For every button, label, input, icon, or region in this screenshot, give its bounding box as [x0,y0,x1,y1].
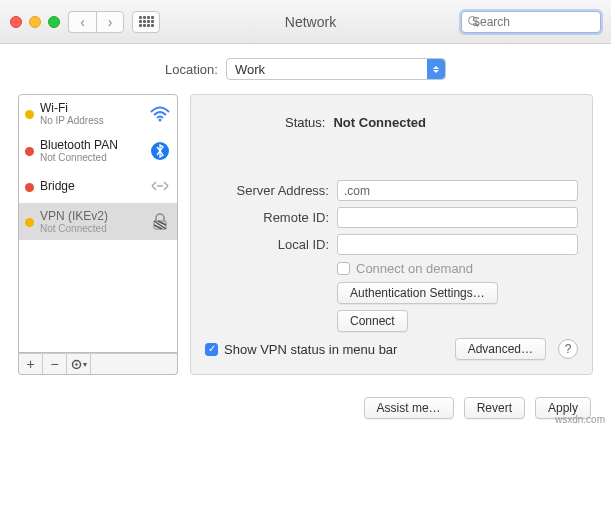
server-address-label: Server Address: [205,183,337,198]
status-label: Status: [285,115,325,130]
svg-point-0 [159,118,162,121]
watermark: wsxdn.com [555,414,605,425]
remote-id-input[interactable] [337,207,578,228]
wifi-icon [149,103,171,125]
show-vpn-status-checkbox[interactable] [205,343,218,356]
local-id-input[interactable] [337,234,578,255]
local-id-label: Local ID: [205,237,337,252]
service-name: Wi-Fi [40,101,143,115]
window-controls [10,16,60,28]
help-button[interactable]: ? [558,339,578,359]
list-tools: + − ▾ [18,353,178,375]
location-label: Location: [165,62,218,77]
status-dot-icon [25,218,34,227]
authentication-settings-button[interactable]: Authentication Settings… [337,282,498,304]
window-title: Network [168,14,453,30]
close-window-button[interactable] [10,16,22,28]
add-service-button[interactable]: + [19,354,43,374]
location-row: Location: Work [0,44,611,94]
revert-button[interactable]: Revert [464,397,525,419]
remove-service-button[interactable]: − [43,354,67,374]
remote-id-label: Remote ID: [205,210,337,225]
bridge-icon [149,175,171,197]
detail-pane: Status: Not Connected Server Address: Re… [190,94,593,375]
nav-buttons: ‹ › [68,11,124,33]
connect-on-demand-checkbox[interactable] [337,262,350,275]
service-wifi[interactable]: Wi-Fi No IP Address [19,95,177,132]
status-dot-icon [25,147,34,156]
svg-point-4 [161,185,163,187]
service-name: Bridge [40,179,143,193]
forward-button[interactable]: › [96,11,124,33]
footer: Assist me… Revert Apply [0,387,611,433]
show-all-button[interactable] [132,11,160,33]
bluetooth-icon [149,140,171,162]
back-button[interactable]: ‹ [68,11,96,33]
actions-menu-button[interactable]: ▾ [67,354,91,374]
show-vpn-status-label: Show VPN status in menu bar [224,342,397,357]
chevron-down-icon: ▾ [83,360,87,369]
svg-point-3 [159,185,161,187]
service-list: Wi-Fi No IP Address Bluetooth PAN Not Co… [18,94,178,353]
search-field[interactable] [461,11,601,33]
location-value: Work [235,62,265,77]
grid-icon [139,16,154,27]
minimize-window-button[interactable] [29,16,41,28]
vpn-icon [149,211,171,233]
connect-button[interactable]: Connect [337,310,408,332]
chevron-up-down-icon [427,59,445,79]
gear-icon [71,359,82,370]
search-input[interactable] [472,15,611,29]
service-name: VPN (IKEv2) [40,209,143,223]
status-dot-icon [25,110,34,119]
zoom-window-button[interactable] [48,16,60,28]
service-bluetooth[interactable]: Bluetooth PAN Not Connected [19,132,177,169]
service-status: No IP Address [40,115,143,126]
status-dot-icon [25,183,34,192]
server-address-input[interactable] [337,180,578,201]
assist-me-button[interactable]: Assist me… [364,397,454,419]
location-select[interactable]: Work [226,58,446,80]
svg-point-7 [75,363,77,365]
service-status: Not Connected [40,223,143,234]
status-value: Not Connected [333,115,425,130]
service-name: Bluetooth PAN [40,138,143,152]
sidebar: Wi-Fi No IP Address Bluetooth PAN Not Co… [18,94,178,375]
service-bridge[interactable]: Bridge [19,169,177,203]
service-vpn[interactable]: VPN (IKEv2) Not Connected [19,203,177,240]
service-status: Not Connected [40,152,143,163]
connect-on-demand-label: Connect on demand [356,261,473,276]
svg-point-2 [157,185,159,187]
titlebar: ‹ › Network [0,0,611,44]
advanced-button[interactable]: Advanced… [455,338,546,360]
